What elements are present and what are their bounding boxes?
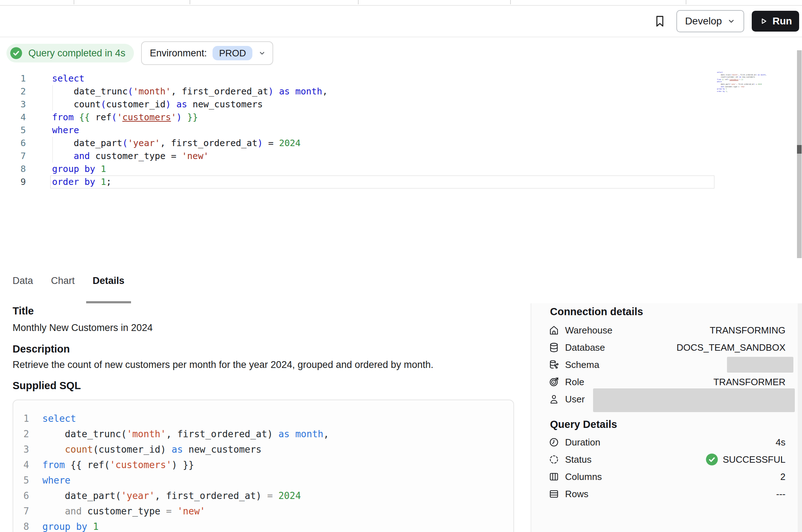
minimap-line: count(customer_id) as new_customers — [717, 76, 756, 79]
code-token: ' — [117, 112, 122, 122]
query-detail-value: 2 — [780, 471, 785, 482]
tab-divider — [510, 0, 511, 4]
chevron-down-icon — [727, 17, 736, 25]
supplied-sql-line: 1select — [13, 411, 513, 426]
editor-code-line[interactable]: 4from {{ ref('customers') }} — [0, 111, 802, 124]
line-number: 7 — [13, 504, 29, 519]
line-number: 2 — [13, 426, 29, 442]
query-detail-value: SUCCESSFUL — [705, 453, 785, 466]
tab-chart[interactable]: Chart — [51, 258, 75, 303]
connection-label: Database — [565, 342, 605, 353]
code-token: = — [263, 138, 279, 148]
code-token: 2024 — [758, 83, 762, 85]
code-line-content: date_part('year', first_ordered_at) = 20… — [26, 137, 300, 150]
minimap-line: select — [717, 71, 756, 74]
code-token — [172, 506, 177, 517]
query-detail-value: --- — [776, 489, 785, 500]
code-token: where — [52, 125, 79, 135]
code-line-content: and customer_type = 'new' — [26, 150, 209, 163]
code-line-content: group by 1 — [29, 519, 99, 532]
run-button-label: Run — [773, 15, 792, 27]
code-token: , first_ordered_at — [171, 86, 268, 97]
code-token — [290, 429, 295, 439]
active-line-highlight — [50, 176, 714, 188]
editor-code-line[interactable]: 7 and customer_type = 'new' — [0, 150, 802, 163]
editor-scrollbar-marker — [797, 145, 802, 154]
run-button[interactable]: Run — [752, 11, 799, 32]
connection-row-warehouse: WarehouseTRANSFORMING — [549, 322, 785, 339]
code-token: ( — [101, 99, 106, 109]
duration-icon — [549, 437, 559, 448]
code-line-content: select — [26, 72, 84, 85]
result-tabs: DataChartDetails — [0, 258, 802, 304]
editor-code-line[interactable]: 1select — [0, 72, 802, 85]
tab-details[interactable]: Details — [93, 258, 125, 303]
code-token: ) — [176, 112, 182, 122]
connection-row-schema: Schema — [549, 356, 785, 373]
editor-minimap[interactable]: select date_trunc('month', first_ordered… — [717, 71, 756, 93]
environment-select[interactable]: Environment: PROD — [141, 41, 273, 65]
bookmark-icon[interactable] — [653, 14, 667, 28]
code-token: new_customers — [187, 99, 263, 109]
connection-value: DOCS_TEAM_SANDBOX — [677, 342, 785, 353]
code-token — [273, 490, 279, 501]
code-token: customers — [122, 112, 171, 122]
code-line-content: group by 1 — [26, 163, 106, 176]
code-token — [52, 151, 74, 161]
code-token: date_part — [717, 83, 729, 85]
code-line-content: from {{ ref('customers') }} — [29, 457, 194, 473]
editor-code-line[interactable]: 9order by 1; — [0, 176, 802, 188]
query-detail-label: Rows — [565, 489, 588, 500]
line-number: 8 — [0, 163, 26, 176]
title-heading: Title — [13, 305, 34, 317]
details-scrollbar[interactable] — [798, 303, 802, 532]
chevron-down-icon — [258, 49, 266, 57]
play-icon — [759, 17, 768, 26]
user-redacted-value — [593, 388, 795, 412]
code-token: 1 — [726, 88, 727, 90]
supplied-sql-heading: Supplied SQL — [13, 380, 81, 392]
code-token: as — [176, 99, 187, 109]
code-token: , first_ordered_at — [160, 138, 257, 148]
connection-value: TRANSFORMER — [713, 377, 785, 388]
editor-scrollbar[interactable] — [797, 50, 802, 286]
code-token: 'year' — [128, 138, 160, 148]
query-detail-label: Duration — [565, 437, 600, 448]
description-value: Retrieve the count of new customers per … — [13, 359, 433, 370]
code-token: month — [761, 74, 766, 76]
line-number: 8 — [13, 519, 29, 532]
code-line-content: date_trunc('month', first_ordered_at) as… — [26, 85, 328, 98]
user-icon — [549, 394, 559, 405]
database-icon — [549, 342, 559, 353]
code-token: , — [323, 429, 329, 439]
connection-panel: Connection details WarehouseTRANSFORMING… — [531, 303, 802, 532]
develop-button[interactable]: Develop — [676, 10, 744, 32]
minimap-line: order by 1; — [717, 90, 756, 93]
editor-code-line[interactable]: 8group by 1 — [0, 163, 802, 176]
description-heading: Description — [13, 343, 70, 355]
editor-code-line[interactable]: 6 date_part('year', first_ordered_at) = … — [0, 137, 802, 150]
code-token: new_customers — [741, 76, 755, 78]
code-token: 'new' — [177, 506, 205, 517]
editor-code-line[interactable]: 3 count(customer_id) as new_customers — [0, 98, 802, 111]
editor-code-line[interactable]: 2 date_trunc('month', first_ordered_at) … — [0, 85, 802, 98]
code-token: customer_id — [106, 99, 166, 109]
connection-label: Warehouse — [565, 325, 612, 336]
code-line-content: count(customer_id) as new_customers — [29, 442, 262, 457]
code-token: ) — [268, 86, 274, 97]
code-token: ; — [727, 90, 728, 92]
editor-code-line[interactable]: 5where — [0, 124, 802, 137]
code-token: and — [65, 506, 82, 517]
code-line-content: where — [26, 124, 79, 137]
query-status-pill: Query completed in 4s — [6, 44, 134, 62]
sql-editor[interactable]: 1select2 date_trunc('month', first_order… — [0, 68, 802, 258]
code-token: customer_type — [82, 506, 166, 517]
code-token: from — [717, 79, 721, 80]
connection-label: Schema — [565, 359, 599, 370]
code-token: month — [295, 429, 323, 439]
code-token: customers — [729, 79, 738, 80]
code-token — [182, 112, 187, 122]
minimap-line: date_trunc('month', first_ordered_at) as… — [717, 74, 756, 76]
connection-label: Role — [565, 377, 584, 388]
tab-data[interactable]: Data — [13, 258, 33, 303]
